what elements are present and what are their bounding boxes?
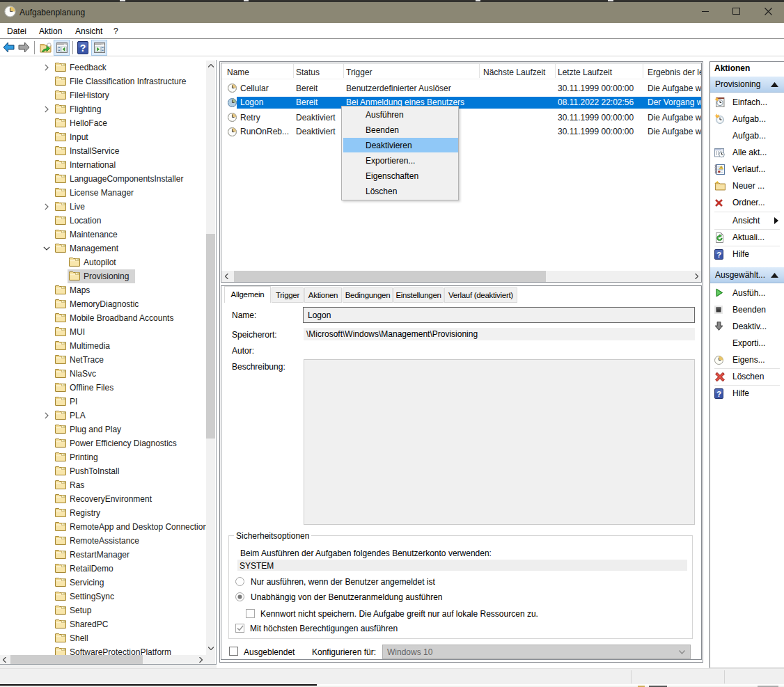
svg-text:?: ? <box>716 251 721 259</box>
svg-text:?: ? <box>716 390 721 398</box>
svg-text:?: ? <box>80 42 86 54</box>
